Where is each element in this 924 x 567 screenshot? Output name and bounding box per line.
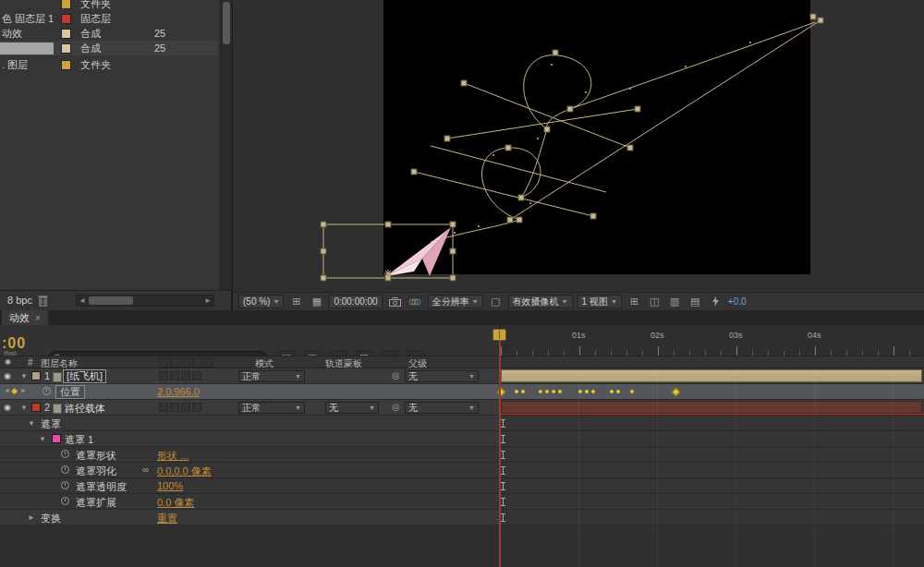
parent-select[interactable]: 无 ▼ [405,402,479,414]
keyframe-dot[interactable] [515,390,518,393]
project-row[interactable]: 文件夹 [0,0,218,11]
mask-expansion-track[interactable] [501,494,924,510]
pixel-aspect-icon[interactable]: ⊞ [626,295,642,308]
eye-icon[interactable]: ◉ [4,371,11,380]
layer-switch[interactable] [159,371,168,380]
in-point-marker[interactable] [501,451,505,459]
property-value[interactable]: 形状 ... [157,449,188,463]
bit-depth-button[interactable]: 8 bpc [7,295,32,306]
scroll-left-icon[interactable]: ◄ [77,296,88,306]
fast-preview-icon[interactable]: ◫ [647,295,663,308]
view-layout-select[interactable]: 1 视图 ▼ [578,295,622,308]
layer-switch[interactable] [192,371,201,380]
region-of-interest-icon[interactable]: ▢ [488,295,504,308]
item-name-selected[interactable] [0,42,54,54]
track-matte-select[interactable]: 无 ▼ [325,402,379,414]
zoom-select[interactable]: (50 %) ▼ [238,295,284,308]
keyframe-dot[interactable] [578,390,582,393]
position-keyframe-lane[interactable] [501,384,924,400]
property-label[interactable]: 位置 [55,385,85,399]
show-channel-icon[interactable] [407,295,423,308]
scrollbar-thumb[interactable] [89,296,133,305]
scrollbar-thumb[interactable] [223,2,230,44]
mask-visibility-icon[interactable]: ▦ [309,295,324,308]
mask-color-chip[interactable] [52,434,61,443]
keyframe-dot[interactable] [521,390,525,393]
timecode-display[interactable]: 0:00:00:00 [329,295,382,308]
timeline-view-icon[interactable]: ▥ [667,295,683,308]
keyframe-dot[interactable] [585,390,589,393]
parent-pickwhip-icon[interactable]: ◎ [392,402,400,412]
keyframe-toggle-icon[interactable]: ◆ [11,386,18,395]
mask-feather-track[interactable] [501,463,924,478]
eye-icon[interactable]: ◉ [4,403,11,412]
grid-guides-icon[interactable]: ⊞ [288,295,304,308]
layer-color-chip[interactable] [31,371,41,380]
link-dimensions-icon[interactable]: ∞ [142,464,149,475]
layer-row-2[interactable]: ◉ ▼ 2 路径载体 正常 ▼ 无 ▼ ◎ [0,400,499,416]
property-row-mask-expansion[interactable]: 遮罩扩展 0.0 像素 [0,494,499,510]
layer1-duration-bar[interactable] [501,369,922,382]
keyframe-dot[interactable] [630,390,634,393]
group-row-mask1[interactable]: ▼ 遮罩 1 [0,431,499,447]
mask-opacity-track[interactable] [501,478,924,494]
keyframe-dot[interactable] [616,390,620,393]
layer-name[interactable]: [纸飞机] [63,369,106,383]
parent-pickwhip-icon[interactable]: ◎ [392,370,400,380]
vertical-scrollbar[interactable] [220,0,232,290]
stopwatch-icon[interactable] [61,465,69,474]
project-row[interactable]: . 图层 文件夹 [0,57,218,72]
group-row-transform[interactable]: ► 变换 重置 [0,510,499,525]
exposure-bolt-icon[interactable] [708,295,723,308]
keyframe-dot[interactable] [545,390,549,393]
layer-color-chip[interactable] [31,403,41,412]
layer-name[interactable]: 路径载体 [65,402,105,416]
close-tab-icon[interactable]: × [35,313,41,323]
layer-switch[interactable] [159,403,168,412]
stopwatch-icon[interactable] [61,450,69,458]
blend-mode-select[interactable]: 正常 ▼ [238,370,305,382]
property-value[interactable]: 0.0,0.0 像素 [157,464,212,478]
layer-switch[interactable] [170,371,179,380]
layer-switch[interactable] [181,403,190,412]
layer2-duration-bar[interactable] [501,401,922,414]
mask-shape-track[interactable] [501,447,924,463]
keyframe-diamond[interactable] [672,388,681,397]
keyframe-dot[interactable] [539,390,542,393]
stopwatch-icon[interactable] [61,481,69,489]
keyframe-dot[interactable] [610,390,614,393]
horizontal-scrollbar[interactable]: ◄ ► [76,295,214,307]
layer2-track[interactable] [501,400,924,416]
layer1-track[interactable] [501,368,924,384]
camera-select[interactable]: 有效摄像机 ▼ [508,295,573,308]
project-row[interactable]: 动效 合成 25 [0,26,218,41]
keyframe-dot[interactable] [591,390,595,393]
trash-icon[interactable] [37,294,49,307]
property-value[interactable]: 2.0,966.0 [157,386,200,397]
prev-keyframe-icon[interactable]: ◄ [4,387,10,393]
scroll-right-icon[interactable]: ► [202,296,213,306]
property-row-position[interactable]: ◄ ◆ ► 位置 2.0,966.0 [0,384,499,400]
property-value[interactable]: 100% [157,480,183,491]
current-time-indicator-head[interactable] [492,329,506,341]
expand-triangle-icon[interactable]: ▼ [20,404,28,412]
expand-triangle-icon[interactable]: ▼ [39,435,46,443]
flowchart-icon[interactable]: ▤ [687,295,703,308]
project-row[interactable]: 色 固态层 1 固态层 [0,11,218,26]
layer-row-1[interactable]: ◉ ▼ 1 [纸飞机] 正常 ▼ ◎ 无 ▼ [0,368,499,384]
next-keyframe-icon[interactable]: ► [20,387,27,393]
snapshot-icon[interactable] [387,295,403,308]
property-row-mask-opacity[interactable]: 遮罩透明度 100% [0,478,499,494]
reset-link[interactable]: 重置 [157,512,177,525]
in-point-marker[interactable] [501,513,505,522]
group-row-masks[interactable]: ▼ 遮罩 [0,416,499,431]
layer-switch[interactable] [181,371,190,380]
mask-group-track[interactable] [501,416,924,431]
stopwatch-icon[interactable] [61,497,69,505]
transform-track[interactable] [501,510,924,525]
track-area[interactable] [501,368,924,567]
in-point-marker[interactable] [501,482,505,490]
in-point-marker[interactable] [501,466,505,475]
in-point-marker[interactable] [501,435,505,443]
layer-switch[interactable] [192,403,201,412]
